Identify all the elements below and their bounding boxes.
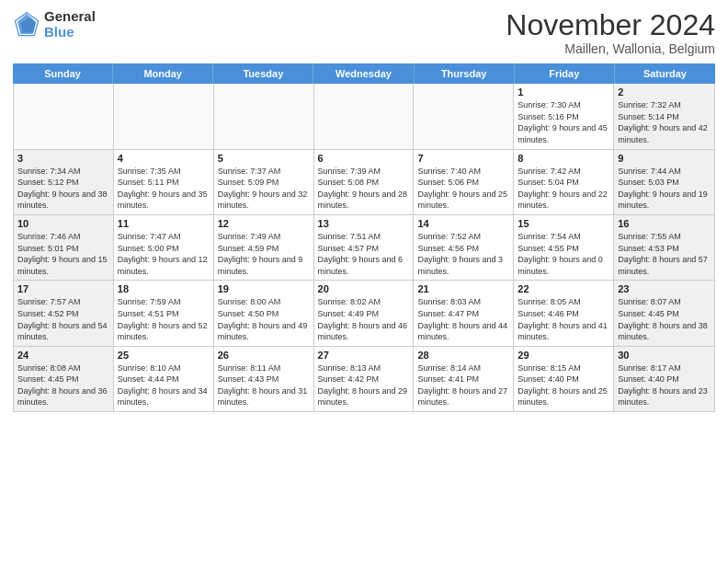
day-info-11: Sunrise: 7:47 AM Sunset: 5:00 PM Dayligh… — [118, 231, 210, 277]
day-number-27: 27 — [318, 350, 410, 361]
logo-blue: Blue — [44, 25, 96, 40]
day-number-19: 19 — [218, 283, 310, 294]
day-number-1: 1 — [518, 86, 609, 98]
day-cell-10: 10Sunrise: 7:46 AM Sunset: 5:01 PM Dayli… — [14, 215, 114, 280]
day-info-23: Sunrise: 8:07 AM Sunset: 4:45 PM Dayligh… — [618, 296, 711, 342]
day-number-22: 22 — [518, 283, 609, 294]
day-info-16: Sunrise: 7:55 AM Sunset: 4:53 PM Dayligh… — [618, 231, 711, 277]
day-cell-30: 30Sunrise: 8:17 AM Sunset: 4:40 PM Dayli… — [614, 347, 714, 411]
day-info-19: Sunrise: 8:00 AM Sunset: 4:50 PM Dayligh… — [218, 296, 310, 342]
day-cell-2: 2Sunrise: 7:32 AM Sunset: 5:14 PM Daylig… — [614, 84, 714, 148]
day-number-14: 14 — [417, 218, 509, 229]
empty-cell-w0-d1 — [114, 84, 214, 148]
day-cell-15: 15Sunrise: 7:54 AM Sunset: 4:55 PM Dayli… — [514, 215, 614, 280]
day-number-20: 20 — [318, 283, 410, 294]
day-info-9: Sunrise: 7:44 AM Sunset: 5:03 PM Dayligh… — [618, 166, 711, 212]
week-row-4: 24Sunrise: 8:08 AM Sunset: 4:45 PM Dayli… — [14, 347, 714, 411]
day-info-1: Sunrise: 7:30 AM Sunset: 5:16 PM Dayligh… — [518, 99, 609, 145]
day-cell-22: 22Sunrise: 8:05 AM Sunset: 4:46 PM Dayli… — [514, 281, 614, 345]
logo-general: General — [44, 9, 96, 25]
day-cell-12: 12Sunrise: 7:49 AM Sunset: 4:59 PM Dayli… — [214, 215, 314, 280]
day-cell-27: 27Sunrise: 8:13 AM Sunset: 4:42 PM Dayli… — [314, 347, 415, 411]
day-info-18: Sunrise: 7:59 AM Sunset: 4:51 PM Dayligh… — [118, 296, 210, 342]
day-cell-9: 9Sunrise: 7:44 AM Sunset: 5:03 PM Daylig… — [614, 150, 714, 214]
day-info-29: Sunrise: 8:15 AM Sunset: 4:40 PM Dayligh… — [518, 362, 609, 408]
day-number-6: 6 — [318, 153, 410, 164]
day-number-25: 25 — [118, 350, 210, 361]
day-info-5: Sunrise: 7:37 AM Sunset: 5:09 PM Dayligh… — [218, 166, 310, 212]
logo-text: General Blue — [44, 9, 96, 40]
day-cell-4: 4Sunrise: 7:35 AM Sunset: 5:11 PM Daylig… — [114, 150, 214, 214]
day-cell-23: 23Sunrise: 8:07 AM Sunset: 4:45 PM Dayli… — [614, 281, 714, 345]
day-info-4: Sunrise: 7:35 AM Sunset: 5:11 PM Dayligh… — [118, 166, 210, 212]
day-number-17: 17 — [17, 283, 109, 294]
week-row-3: 17Sunrise: 7:57 AM Sunset: 4:52 PM Dayli… — [14, 281, 714, 346]
location: Maillen, Wallonia, Belgium — [506, 41, 715, 56]
day-number-23: 23 — [618, 283, 711, 294]
day-cell-19: 19Sunrise: 8:00 AM Sunset: 4:50 PM Dayli… — [214, 281, 314, 345]
day-number-21: 21 — [417, 283, 509, 294]
day-number-24: 24 — [17, 350, 109, 361]
header-sunday: Sunday — [13, 63, 113, 84]
page: General Blue November 2024 Maillen, Wall… — [0, 0, 728, 563]
day-info-6: Sunrise: 7:39 AM Sunset: 5:08 PM Dayligh… — [318, 166, 410, 212]
day-number-7: 7 — [417, 153, 509, 164]
day-cell-28: 28Sunrise: 8:14 AM Sunset: 4:41 PM Dayli… — [414, 347, 514, 411]
day-cell-5: 5Sunrise: 7:37 AM Sunset: 5:09 PM Daylig… — [214, 150, 314, 214]
day-cell-6: 6Sunrise: 7:39 AM Sunset: 5:08 PM Daylig… — [314, 150, 415, 214]
week-row-1: 3Sunrise: 7:34 AM Sunset: 5:12 PM Daylig… — [14, 150, 714, 215]
day-cell-26: 26Sunrise: 8:11 AM Sunset: 4:43 PM Dayli… — [214, 347, 314, 411]
day-number-10: 10 — [17, 218, 109, 229]
day-info-14: Sunrise: 7:52 AM Sunset: 4:56 PM Dayligh… — [417, 231, 509, 277]
day-number-18: 18 — [118, 283, 210, 294]
day-number-9: 9 — [618, 153, 711, 164]
day-info-10: Sunrise: 7:46 AM Sunset: 5:01 PM Dayligh… — [17, 231, 109, 277]
day-cell-25: 25Sunrise: 8:10 AM Sunset: 4:44 PM Dayli… — [114, 347, 214, 411]
day-info-12: Sunrise: 7:49 AM Sunset: 4:59 PM Dayligh… — [218, 231, 310, 277]
title-area: November 2024 Maillen, Wallonia, Belgium — [506, 9, 715, 56]
day-cell-14: 14Sunrise: 7:52 AM Sunset: 4:56 PM Dayli… — [414, 215, 514, 280]
empty-cell-w0-d2 — [214, 84, 314, 148]
day-info-8: Sunrise: 7:42 AM Sunset: 5:04 PM Dayligh… — [518, 166, 609, 212]
empty-cell-w0-d3 — [314, 84, 415, 148]
day-cell-29: 29Sunrise: 8:15 AM Sunset: 4:40 PM Dayli… — [514, 347, 614, 411]
header-saturday: Saturday — [615, 63, 715, 84]
day-number-2: 2 — [618, 86, 711, 98]
day-cell-18: 18Sunrise: 7:59 AM Sunset: 4:51 PM Dayli… — [114, 281, 214, 345]
header-thursday: Thursday — [415, 63, 515, 84]
day-info-27: Sunrise: 8:13 AM Sunset: 4:42 PM Dayligh… — [318, 362, 410, 408]
week-row-0: 1Sunrise: 7:30 AM Sunset: 5:16 PM Daylig… — [14, 84, 714, 149]
day-cell-21: 21Sunrise: 8:03 AM Sunset: 4:47 PM Dayli… — [414, 281, 514, 345]
day-info-21: Sunrise: 8:03 AM Sunset: 4:47 PM Dayligh… — [417, 296, 509, 342]
day-info-30: Sunrise: 8:17 AM Sunset: 4:40 PM Dayligh… — [618, 362, 711, 408]
calendar-header: Sunday Monday Tuesday Wednesday Thursday… — [13, 63, 715, 84]
day-cell-8: 8Sunrise: 7:42 AM Sunset: 5:04 PM Daylig… — [514, 150, 614, 214]
day-info-26: Sunrise: 8:11 AM Sunset: 4:43 PM Dayligh… — [218, 362, 310, 408]
day-info-25: Sunrise: 8:10 AM Sunset: 4:44 PM Dayligh… — [118, 362, 210, 408]
empty-cell-w0-d0 — [14, 84, 114, 148]
day-number-12: 12 — [218, 218, 310, 229]
header-monday: Monday — [113, 63, 213, 84]
calendar-body: 1Sunrise: 7:30 AM Sunset: 5:16 PM Daylig… — [13, 84, 715, 412]
day-cell-3: 3Sunrise: 7:34 AM Sunset: 5:12 PM Daylig… — [14, 150, 114, 214]
day-number-8: 8 — [518, 153, 609, 164]
day-number-4: 4 — [118, 153, 210, 164]
month-title: November 2024 — [506, 9, 715, 41]
day-number-15: 15 — [518, 218, 609, 229]
day-cell-20: 20Sunrise: 8:02 AM Sunset: 4:49 PM Dayli… — [314, 281, 415, 345]
day-cell-13: 13Sunrise: 7:51 AM Sunset: 4:57 PM Dayli… — [314, 215, 415, 280]
day-number-3: 3 — [17, 153, 109, 164]
header-tuesday: Tuesday — [213, 63, 313, 84]
day-info-17: Sunrise: 7:57 AM Sunset: 4:52 PM Dayligh… — [17, 296, 109, 342]
day-cell-11: 11Sunrise: 7:47 AM Sunset: 5:00 PM Dayli… — [114, 215, 214, 280]
day-cell-24: 24Sunrise: 8:08 AM Sunset: 4:45 PM Dayli… — [14, 347, 114, 411]
calendar-rows: 1Sunrise: 7:30 AM Sunset: 5:16 PM Daylig… — [14, 84, 714, 411]
logo-icon — [13, 11, 40, 39]
logo: General Blue — [13, 9, 96, 40]
day-number-13: 13 — [318, 218, 410, 229]
day-info-20: Sunrise: 8:02 AM Sunset: 4:49 PM Dayligh… — [318, 296, 410, 342]
day-cell-16: 16Sunrise: 7:55 AM Sunset: 4:53 PM Dayli… — [614, 215, 714, 280]
day-number-28: 28 — [417, 350, 509, 361]
day-number-29: 29 — [518, 350, 609, 361]
day-number-30: 30 — [618, 350, 711, 361]
